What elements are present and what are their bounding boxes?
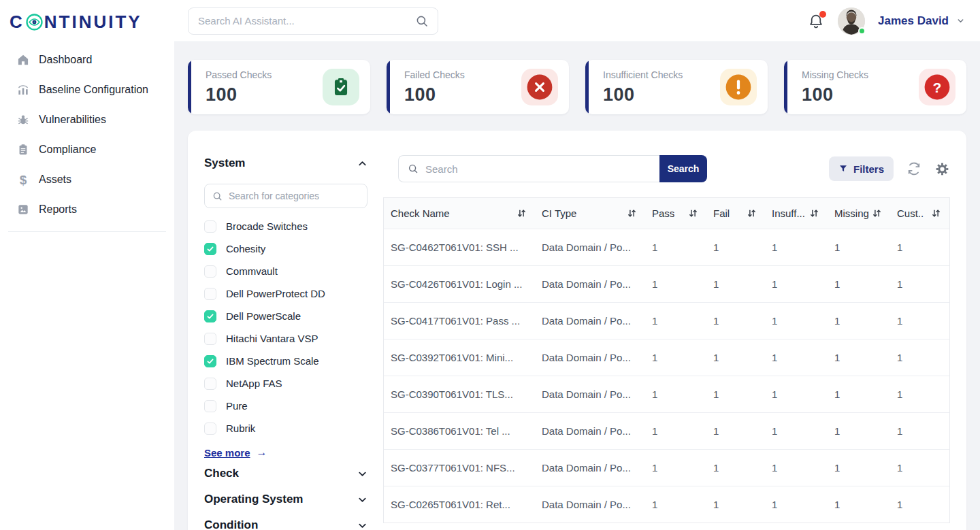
chevron-down-icon[interactable] — [956, 16, 965, 25]
cell-check-name: SG-C0462T061V01: SSH ... — [384, 229, 535, 265]
filter-checkbox-item[interactable]: Dell PowerProtect DD — [204, 282, 368, 305]
column-header-custom[interactable]: Cust.. — [890, 198, 949, 229]
sidebar-item-compliance[interactable]: Compliance — [0, 135, 174, 165]
checkbox[interactable] — [204, 243, 216, 255]
notifications-bell-icon[interactable] — [807, 12, 825, 30]
user-avatar[interactable] — [838, 7, 865, 35]
filter-section-check[interactable]: Check — [204, 461, 368, 486]
cell-insufficient: 1 — [765, 450, 828, 486]
checkbox[interactable] — [204, 220, 216, 233]
table-search-input[interactable] — [425, 163, 653, 175]
checkbox[interactable] — [204, 423, 216, 435]
online-status-dot — [858, 27, 866, 35]
checkbox[interactable] — [204, 378, 216, 390]
filter-checkbox-item[interactable]: Rubrik — [204, 417, 368, 440]
sidebar-item-vulnerabilities[interactable]: Vulnerabilities — [0, 105, 174, 135]
cell-check-name: SG-C0265T061V01: Ret... — [384, 486, 535, 523]
sidebar-item-baseline-configuration[interactable]: Baseline Configuration — [0, 75, 174, 105]
column-header-check-name[interactable]: Check Name — [384, 198, 535, 229]
search-button[interactable]: Search — [659, 155, 707, 182]
checkbox[interactable] — [204, 310, 216, 322]
sidebar: C NTINUITY Dashboard Baseline Configurat… — [0, 0, 174, 530]
cell-fail: 1 — [706, 450, 765, 486]
cell-ci-type: Data Domain / Po... — [535, 450, 645, 486]
filter-checkbox-item[interactable]: Commvault — [204, 260, 368, 282]
table-row[interactable]: SG-C0265T061V01: Ret...Data Domain / Po.… — [384, 486, 949, 523]
main-content: Passed Checks 100 Failed Checks 100 Insu… — [174, 42, 980, 530]
cell-check-name: SG-C0377T061V01: NFS... — [384, 450, 535, 486]
search-icon — [212, 191, 223, 202]
table-row[interactable]: SG-C0417T061V01: Pass ...Data Domain / P… — [384, 302, 949, 339]
column-header-label: Check Name — [391, 208, 450, 219]
cell-missing: 1 — [828, 266, 890, 302]
column-header-missing[interactable]: Missing — [828, 198, 890, 229]
category-search-input[interactable] — [229, 191, 360, 201]
chevron-up-icon[interactable] — [357, 159, 368, 169]
checkbox[interactable] — [204, 333, 216, 345]
search-icon[interactable] — [414, 14, 429, 29]
filter-checkbox-item[interactable]: Dell PowerScale — [204, 305, 368, 327]
filter-checkbox-item[interactable]: IBM Spectrum Scale — [204, 350, 368, 372]
stat-label: Insufficient Checks — [603, 69, 683, 80]
sort-icon[interactable] — [872, 208, 882, 218]
filter-section-title: Check — [204, 467, 239, 480]
sidebar-item-assets[interactable]: $ Assets — [0, 165, 174, 195]
sidebar-item-reports[interactable]: Reports — [0, 195, 174, 225]
table-body: SG-C0462T061V01: SSH ...Data Domain / Po… — [384, 229, 949, 523]
table-row[interactable]: SG-C0377T061V01: NFS...Data Domain / Po.… — [384, 449, 949, 486]
filter-section-system[interactable]: System — [204, 155, 368, 171]
checkbox[interactable] — [204, 288, 216, 300]
column-header-insufficient[interactable]: Insuff... — [765, 198, 828, 229]
filter-checkbox-item[interactable]: Brocade Switches — [204, 215, 368, 237]
filter-checkbox-item[interactable]: Cohesity — [204, 237, 368, 260]
stat-card-insufficient: Insufficient Checks 100 — [585, 60, 768, 114]
filter-section-operating-system[interactable]: Operating System — [204, 487, 368, 512]
column-header-fail[interactable]: Fail — [706, 198, 765, 229]
stat-value: 100 — [802, 84, 868, 105]
checkbox[interactable] — [204, 355, 216, 367]
chevron-down-icon[interactable] — [357, 520, 368, 530]
collapsed-filter-sections: Check Operating System Condition — [204, 461, 368, 530]
stat-label: Failed Checks — [404, 69, 465, 80]
filter-checkbox-item[interactable]: NetApp FAS — [204, 372, 368, 395]
see-more-link[interactable]: See more → — [204, 445, 368, 460]
ai-assistant-search-input[interactable] — [198, 15, 409, 27]
column-header-label: Pass — [652, 208, 674, 219]
cell-missing: 1 — [828, 413, 890, 449]
brand-logo[interactable]: C NTINUITY — [0, 0, 174, 33]
sort-icon[interactable] — [747, 208, 757, 218]
user-name[interactable]: James David — [878, 14, 949, 28]
filter-section-condition[interactable]: Condition — [204, 513, 368, 530]
checkbox[interactable] — [204, 265, 216, 278]
cell-fail: 1 — [706, 339, 765, 376]
chevron-down-icon[interactable] — [357, 469, 368, 479]
sort-icon[interactable] — [809, 208, 819, 218]
cell-pass: 1 — [645, 303, 706, 339]
sort-icon[interactable] — [688, 208, 698, 218]
table-row[interactable]: SG-C0426T061V01: Login ...Data Domain / … — [384, 265, 949, 302]
sort-icon[interactable] — [627, 208, 637, 218]
brand-logo-suffix: NTINUITY — [44, 13, 142, 31]
filter-checkbox-item[interactable]: Hitachi Vantara VSP — [204, 327, 368, 350]
cell-custom: 1 — [890, 339, 949, 376]
chevron-down-icon[interactable] — [357, 495, 368, 505]
sort-icon[interactable] — [517, 208, 527, 218]
table-row[interactable]: SG-C0386T061V01: Tel ...Data Domain / Po… — [384, 412, 949, 449]
cell-check-name: SG-C0426T061V01: Login ... — [384, 266, 535, 302]
column-header-ci-type[interactable]: CI Type — [535, 198, 645, 229]
checkbox[interactable] — [204, 400, 216, 412]
refresh-icon[interactable] — [906, 161, 922, 177]
stat-value: 100 — [603, 84, 683, 105]
cell-custom: 1 — [890, 229, 949, 265]
table-row[interactable]: SG-C0390T061V01: TLS...Data Domain / Po.… — [384, 376, 949, 412]
column-header-pass[interactable]: Pass — [645, 198, 706, 229]
settings-gear-icon[interactable] — [934, 161, 950, 177]
table-row[interactable]: SG-C0462T061V01: SSH ...Data Domain / Po… — [384, 229, 949, 265]
filter-checkbox-item[interactable]: Pure — [204, 395, 368, 417]
sort-icon[interactable] — [931, 208, 941, 218]
filters-button[interactable]: Filters — [829, 156, 894, 181]
sidebar-item-dashboard[interactable]: Dashboard — [0, 45, 174, 75]
cell-pass: 1 — [645, 266, 706, 302]
checkbox-label: Hitachi Vantara VSP — [226, 333, 318, 344]
table-row[interactable]: SG-C0392T061V01: Mini...Data Domain / Po… — [384, 339, 949, 376]
